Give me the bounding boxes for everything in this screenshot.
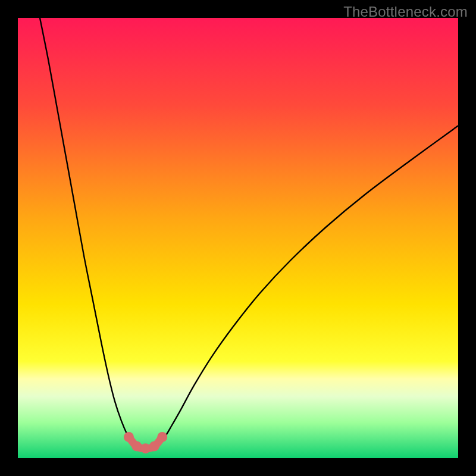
svg-point-1 [131,441,142,452]
svg-point-3 [149,441,159,452]
svg-point-4 [157,432,167,442]
gradient-bg [18,18,458,458]
svg-point-0 [124,432,134,442]
bottleneck-chart [18,18,458,458]
chart-frame [18,18,458,458]
svg-point-2 [140,443,151,453]
